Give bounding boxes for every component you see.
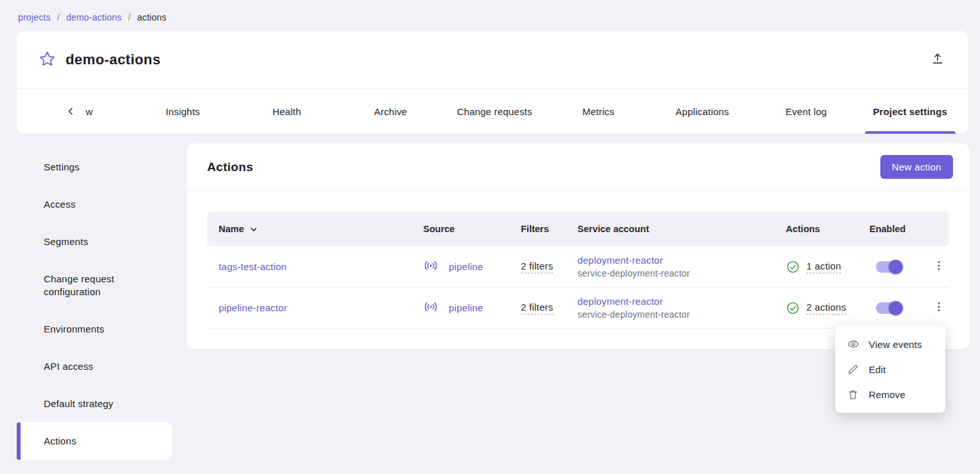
tab-label: Change requests: [457, 106, 532, 117]
column-header-source: Source: [423, 224, 521, 234]
tab-archive[interactable]: Archive: [339, 89, 443, 134]
sort-chevron-down-icon[interactable]: [248, 224, 259, 235]
toggle-knob: [889, 301, 903, 315]
column-header-enabled: Enabled: [869, 224, 929, 234]
sidebar-item-label: Settings: [44, 161, 80, 172]
sidebar-item-api-access[interactable]: API access: [17, 348, 172, 385]
breadcrumb-current: actions: [137, 12, 167, 23]
sidebar-item-label: Change request configuration: [44, 273, 114, 297]
tab-label: Event log: [786, 106, 827, 117]
sidebar-item-segments[interactable]: Segments: [17, 223, 172, 260]
toggle-knob: [889, 260, 903, 274]
trash-icon: [847, 388, 860, 401]
breadcrumb-demo-actions[interactable]: demo-actions: [66, 12, 122, 23]
kebab-icon: [932, 300, 945, 315]
sidebar-item-label: Access: [44, 199, 76, 210]
sidebar-item-label: Environments: [44, 324, 104, 334]
service-account-cell: deployment-reactor service-deployment-re…: [577, 255, 786, 278]
check-circle-icon: [786, 301, 800, 315]
breadcrumb-separator: /: [57, 12, 60, 23]
tab-label: Metrics: [583, 106, 615, 117]
menu-item-label: Remove: [869, 389, 905, 400]
source-cell: pipeline: [423, 258, 521, 275]
project-tabs: w Insights Health Archive Change request…: [17, 89, 968, 134]
column-header-service-account: Service account: [577, 224, 786, 234]
column-header-name[interactable]: Name: [207, 224, 423, 235]
new-action-button[interactable]: New action: [880, 155, 953, 179]
menu-item-remove[interactable]: Remove: [835, 382, 945, 407]
menu-item-label: View events: [869, 339, 922, 350]
action-name-cell: pipeline-reactor: [207, 302, 423, 313]
signal-broadcast-icon: [423, 258, 439, 275]
tab-insights[interactable]: Insights: [131, 89, 235, 134]
tab-metrics[interactable]: Metrics: [547, 89, 651, 134]
filters-cell: 2 filters: [521, 260, 577, 273]
breadcrumb-separator: /: [128, 12, 131, 23]
tabs-scroll-left-icon[interactable]: [65, 105, 77, 117]
tab-label: Archive: [374, 106, 407, 117]
sidebar-item-label: Actions: [44, 435, 77, 446]
service-account-subtext: service-deployment-reactor: [577, 268, 786, 278]
actions-panel-header: Actions New action: [186, 143, 970, 191]
source-link[interactable]: pipeline: [449, 302, 483, 313]
tab-label: w: [86, 106, 93, 117]
sidebar-item-label: Default strategy: [44, 398, 113, 409]
action-name-link[interactable]: tags-test-action: [219, 261, 287, 272]
tab-label: Applications: [676, 106, 729, 117]
action-name-cell: tags-test-action: [207, 261, 423, 272]
filters-cell: 2 filters: [521, 302, 577, 314]
signal-broadcast-icon: [423, 299, 439, 316]
row-menu-cell: [929, 298, 949, 318]
menu-item-view-events[interactable]: View events: [835, 331, 945, 357]
export-button[interactable]: [926, 48, 949, 71]
service-account-subtext: service-deployment-reactor: [577, 309, 786, 320]
panel-title: Actions: [207, 160, 253, 174]
breadcrumb-projects[interactable]: projects: [18, 12, 51, 23]
project-title-row: demo-actions: [17, 31, 968, 89]
sidebar-item-environments[interactable]: Environments: [17, 311, 172, 348]
column-header-actions: Actions: [786, 224, 869, 234]
tab-health[interactable]: Health: [235, 89, 339, 134]
source-cell: pipeline: [423, 299, 521, 316]
check-circle-icon: [786, 260, 800, 274]
tab-project-settings[interactable]: Project settings: [858, 89, 963, 134]
service-account-link[interactable]: deployment-reactor: [577, 296, 786, 307]
sidebar-item-actions[interactable]: Actions: [17, 423, 172, 460]
enabled-toggle[interactable]: [876, 261, 902, 273]
row-context-menu: View events Edit Remove: [835, 325, 945, 413]
enabled-toggle[interactable]: [876, 302, 902, 314]
tab-label: Project settings: [873, 106, 947, 117]
filters-count[interactable]: 2 filters: [521, 302, 553, 314]
tab-applications[interactable]: Applications: [650, 89, 754, 134]
row-kebab-menu-button[interactable]: [929, 298, 949, 318]
row-menu-cell: [929, 257, 949, 277]
star-icon: [39, 50, 56, 69]
sidebar-item-default-strategy[interactable]: Default strategy: [17, 385, 172, 423]
sidebar-item-access[interactable]: Access: [17, 186, 172, 223]
service-account-cell: deployment-reactor service-deployment-re…: [577, 296, 786, 320]
actions-count[interactable]: 1 action: [806, 260, 841, 273]
breadcrumb: projects / demo-actions / actions: [0, 0, 980, 31]
service-account-link[interactable]: deployment-reactor: [577, 255, 786, 266]
tab-label: Health: [273, 106, 302, 117]
sidebar-item-change-request-configuration[interactable]: Change request configuration: [17, 260, 172, 311]
sidebar-item-settings[interactable]: Settings: [17, 149, 172, 186]
upload-icon: [930, 51, 945, 68]
filters-count[interactable]: 2 filters: [521, 260, 553, 273]
row-kebab-menu-button[interactable]: [929, 257, 949, 277]
favorite-star-button[interactable]: [36, 49, 58, 71]
actions-panel: Actions New action Name Source Filters S…: [186, 143, 970, 349]
action-name-link[interactable]: pipeline-reactor: [219, 302, 287, 313]
tab-change-requests[interactable]: Change requests: [442, 89, 547, 134]
actions-count[interactable]: 2 actions: [806, 302, 846, 314]
tab-event-log[interactable]: Event log: [754, 89, 858, 134]
sidebar-item-label: Segments: [44, 236, 88, 247]
actions-count-cell: 2 actions: [786, 301, 869, 315]
tab-overview-partial[interactable]: w: [27, 89, 131, 134]
kebab-icon: [932, 259, 945, 274]
enabled-cell: [869, 261, 929, 273]
source-link[interactable]: pipeline: [449, 261, 483, 272]
table-header-row: Name Source Filters Service account Acti…: [207, 212, 949, 246]
menu-item-edit[interactable]: Edit: [835, 357, 945, 382]
table-row: tags-test-action pipeline 2 filters depl…: [207, 246, 949, 287]
